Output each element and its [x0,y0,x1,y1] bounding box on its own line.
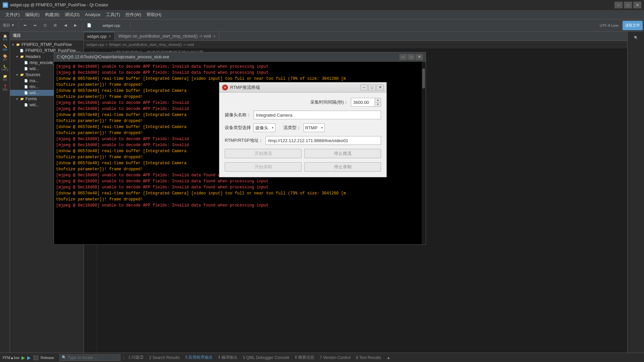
tree-arrow: ▼ [15,97,19,101]
terminal-line: [mjpeg @ 0ec18d00] unable to decode APP … [56,184,424,190]
device-type-select-wrapper: 摄像头 屏幕 ▼ [254,123,275,132]
status-test[interactable]: 8 Test Results [355,355,382,360]
terminal-line: [mjpeg @ 0ec18d00] unable to decode APP … [56,202,424,208]
status-app-output[interactable]: 3 应用程序输出 [184,355,214,360]
stop-stream-btn[interactable]: 停止推流 [304,149,381,158]
folder-icon: 📁 [15,42,20,47]
dialog-close-btn[interactable]: ✕ [376,84,384,90]
run-icon[interactable]: ▶ [21,355,25,360]
terminal-maximize-btn[interactable]: □ [408,54,415,60]
status-vcs[interactable]: 7 Version Control [318,355,352,360]
dialog-title-bar: ● RTMP推流终端 ─ □ ✕ [219,82,386,93]
dialog-maximize-btn[interactable]: □ [368,84,376,90]
toolbar-filename[interactable]: widget.cpp [95,21,128,30]
toolbar-btn-1[interactable]: ⬅ [20,21,30,30]
start-stream-btn[interactable]: 开始推流 [225,149,302,158]
terminal-minimize-btn[interactable]: ─ [399,54,407,60]
toolbar-btn-6[interactable]: ▶ [71,21,80,30]
toolbar-btn-2[interactable]: ⮕ [31,21,40,30]
rtmp-address-input[interactable] [266,136,381,145]
dialog-logo-icon: ● [222,84,228,90]
terminal-scroll-thumb[interactable] [422,68,425,88]
menu-file[interactable]: 文件(F) [3,11,22,19]
status-compile[interactable]: 4 编译输出 [217,355,239,360]
file-icon: 📄 [23,90,28,95]
toolbar-project-dropdown[interactable]: 项目 ▼ [1,21,16,30]
menu-help[interactable]: 帮助(H) [144,11,164,19]
stream-type-label: 流类型： [283,125,301,131]
menu-analyze[interactable]: Analyze [82,11,103,18]
status-issues[interactable]: 1 问题③ [127,355,145,360]
device-type-select[interactable]: 摄像头 屏幕 [254,123,275,132]
sidebar-icon-project[interactable]: 📁项目 [0,73,10,82]
spinbox-down-btn[interactable]: ▼ [375,103,381,107]
tab-close-icon[interactable]: ✕ [108,35,111,38]
terminal-scrollbar[interactable] [422,62,426,244]
debug-icon[interactable]: ▶ [27,355,31,360]
stop-record-btn[interactable]: 停止录制 [304,162,381,172]
file-icon: 📄 [23,103,28,107]
status-search-results[interactable]: 2 Search Results [148,355,181,360]
close-button[interactable]: ✕ [633,2,641,8]
tree-item-label: Sources [25,72,40,77]
toolbar-read-file-btn[interactable]: 读取文件 [623,21,643,30]
tree-arrow: ▼ [11,43,15,47]
maximize-button[interactable]: □ [624,2,632,8]
start-record-btn[interactable]: 开始录制 [225,162,302,172]
file-icon: 📄 [23,78,28,83]
toolbar-separator-1 [18,22,18,29]
terminal-line: tbufsize parameter])! frame dropped! [56,196,424,202]
rtmp-label: RTMP/RTSP地址： [225,137,263,143]
sidebar-icon-design[interactable]: 🎨设计 [0,53,10,62]
search-input[interactable] [68,355,118,360]
tree-item-root[interactable]: ▼ 📁 FFMPEG_RTMP_PushFlow [10,42,84,48]
dialog-title: RTMP推流终端 [230,84,360,90]
tree-item-label: ma... [30,78,39,83]
tree-item-label: rtm... [30,84,39,89]
menu-controls[interactable]: 控件(W) [123,11,144,19]
dialog-body: 采集时间间隔(秒)： 3600.00 ▲ ▼ 摄像头名称： 设备类型选择 摄像头… [219,93,386,177]
stream-type-select[interactable]: RTMP RTSP [304,123,325,132]
terminal-close-btn[interactable]: ✕ [416,54,423,60]
dialog-camera-row: 摄像头名称： [225,111,381,119]
tab-widget-cpp[interactable]: widget.cpp ✕ [84,32,115,41]
menu-build[interactable]: 构建(B) [42,11,62,19]
sidebar-icon-edit[interactable]: ✏️编辑 [0,43,10,52]
tree-item-label: Forms [25,97,37,101]
interval-label: 采集时间间隔(秒)： [310,99,348,105]
camera-name-input[interactable] [254,111,381,119]
interval-spinbox[interactable]: 3600.00 ▲ ▼ [351,98,381,107]
toolbar-encoding: UTF-8 Line: [598,21,621,30]
file-icon: 📄 [23,84,28,89]
status-summary[interactable]: 6 概要信息 [293,355,316,360]
tree-item-label: wid... [30,66,39,71]
dialog-btn-row-1: 开始推流 停止推流 [225,149,381,158]
title-bar: W widget.cpp @ FFMPEG_RTMP_PushFlow - Qt… [0,0,644,10]
right-panel: 🔍 [627,32,644,353]
folder-icon: 📁 [19,97,24,101]
toolbar-btn-5[interactable]: ◀ [61,21,70,30]
sidebar-icon-welcome[interactable]: 🏠欢迎 [0,33,10,42]
tab-function[interactable]: Widget::on_pushButton_start_rtmp_clicked… [115,32,219,41]
dialog-interval-row: 采集时间间隔(秒)： 3600.00 ▲ ▼ [225,98,381,107]
minimize-button[interactable]: ─ [614,2,623,8]
menu-edit[interactable]: 编辑(E) [22,11,42,19]
toolbar-btn-3[interactable]: ⊡ [41,21,50,30]
menu-debug[interactable]: 调试(D) [62,11,82,19]
tab-close-icon-2[interactable]: ✕ [213,35,216,38]
dialog-rtmp-row: RTMP/RTSP地址： [225,136,381,145]
menu-tools[interactable]: 工具(T) [103,11,123,19]
build-info: FFM▲low ▶ ▶ ⬛ Release [3,355,54,360]
status-expand[interactable]: ▲ [385,355,392,360]
sidebar-icon-help[interactable]: ❓帮助 [0,83,10,93]
dialog-minimize-btn[interactable]: ─ [360,84,368,90]
spinbox-up-btn[interactable]: ▲ [375,98,381,103]
status-qml[interactable]: 5 QML Debugger Console [241,355,291,360]
tab-bar: widget.cpp ✕ Widget::on_pushButton_start… [84,32,627,41]
search-bar[interactable]: 🔍 [59,354,120,361]
right-icon-1[interactable]: 🔍 [630,33,642,42]
stop-icon[interactable]: ⬛ [33,355,39,360]
toolbar-btn-4[interactable]: ⊞ [51,21,60,30]
folder-icon: 📁 [19,54,24,59]
sidebar-icon-debug[interactable]: 🐛Debug [0,63,10,72]
